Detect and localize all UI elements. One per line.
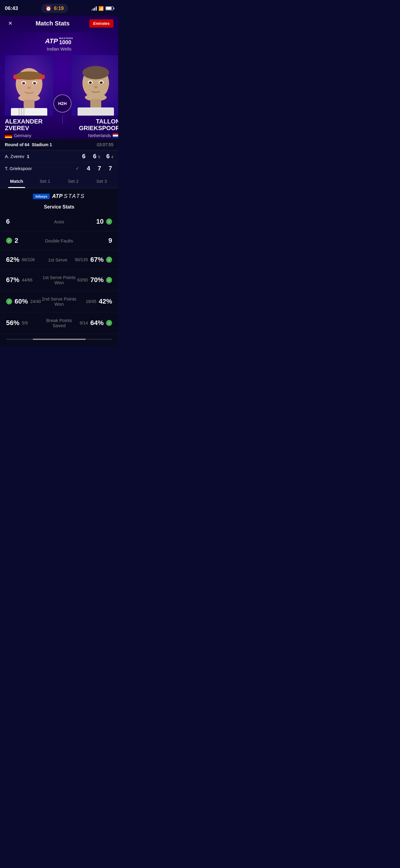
stats-section: Infosys ATP STATS Service Stats 6 Aces 1…	[0, 188, 118, 346]
svg-rect-26	[78, 107, 114, 116]
player-right-photo	[72, 55, 118, 116]
fs-label: 1st Serve	[40, 257, 75, 262]
df-right-value: 9	[99, 237, 112, 245]
player-left-country-name: Germany	[14, 133, 31, 138]
2spw-right-pct: 42%	[99, 298, 112, 305]
set3-score-p2: 7	[107, 165, 113, 172]
close-button[interactable]: ×	[5, 18, 16, 29]
stat-left-fs: 62% 66/106	[6, 256, 40, 264]
netherlands-flag	[113, 133, 118, 138]
hero-section: ATP MASTERS 1000 Indian Wells	[0, 32, 118, 139]
scroll-indicator	[6, 339, 112, 340]
svg-rect-10	[24, 100, 34, 109]
tab-match[interactable]: Match	[2, 174, 31, 188]
df-left-check: ✓	[6, 238, 12, 244]
emirates-sponsor-logo: Emirates	[89, 19, 113, 28]
stat-row-first-serve: 62% 66/106 1st Serve 90/135 67% ✓	[0, 250, 118, 269]
h2h-label: H2H	[58, 101, 67, 106]
svg-rect-25	[90, 99, 101, 108]
bps-left-pct: 56%	[6, 319, 20, 327]
set1-score-p2: 4	[85, 165, 91, 172]
aces-left-value: 6	[6, 218, 20, 225]
player-right-section: TALLON GRIEKSPOOR Netherlands	[72, 55, 118, 139]
1spw-left-pct: 67%	[6, 276, 20, 284]
fs-left-ratio: 66/106	[22, 257, 35, 262]
set2-score-p2: 7	[96, 165, 103, 172]
set3-score-p1-wrapper: 64	[105, 153, 113, 160]
set1-score-p1: 6	[81, 153, 87, 160]
players-row: ALEXANDER ZVEREV Germany H2H	[5, 55, 113, 139]
player-left-info: ALEXANDER ZVEREV Germany	[5, 116, 42, 139]
match-info-row: Round of 64 Stadium 1 03:07:55	[0, 139, 118, 150]
alarm-icon: ⏰	[46, 5, 52, 11]
center-divider	[62, 115, 63, 124]
stat-left-2spw: ✓ 60% 24/40	[6, 298, 41, 305]
atp-logo: ATP MASTERS 1000	[5, 37, 113, 45]
player-left-silhouette	[5, 55, 53, 116]
stat-left-1spw: 67% 44/66	[6, 276, 41, 284]
player-left-photo	[5, 55, 53, 116]
score-player2-sets: ✓ 4 7 7	[76, 165, 113, 172]
tabs-row: Match Set 1 Set 2 Set 3	[0, 174, 118, 188]
fs-right-check: ✓	[106, 257, 112, 263]
stat-right-bps: 9/14 64% ✓	[77, 319, 112, 327]
stat-row-double-faults: ✓ 2 Double Faults 9	[0, 231, 118, 250]
match-round: Round of 64 Stadium 1	[5, 142, 52, 147]
1spw-label: 1st Serve Points Won	[41, 275, 77, 285]
svg-point-6	[22, 82, 25, 85]
svg-point-15	[16, 71, 42, 80]
h2h-center: H2H	[53, 94, 72, 139]
score-section: A. Zverev 1 6 65 64 T. Griekspoor ✓ 4 7 …	[0, 150, 118, 174]
tab-set3[interactable]: Set 3	[88, 174, 116, 188]
service-stats-title: Service Stats	[0, 204, 118, 210]
svg-point-18	[82, 66, 109, 79]
set2-score-p1: 6	[92, 153, 98, 160]
tab-set1[interactable]: Set 1	[31, 174, 59, 188]
svg-rect-14	[23, 108, 25, 116]
svg-rect-11	[11, 108, 47, 116]
status-right: 📶	[91, 6, 113, 11]
match-duration: 03:07:55	[97, 142, 114, 147]
bps-right-ratio: 9/14	[80, 320, 88, 326]
2spw-left-pct: 60%	[15, 298, 28, 305]
tabs-container: Match Set 1 Set 2 Set 3	[0, 174, 118, 188]
header: × Match Stats Emirates	[0, 16, 118, 32]
bps-right-check: ✓	[106, 320, 112, 326]
2spw-label: 2nd Serve Points Won	[41, 296, 77, 307]
stat-row-aces: 6 Aces 10 ✓	[0, 212, 118, 231]
stat-left-bps: 56% 5/9	[6, 319, 41, 327]
player-right-name: TALLON GRIEKSPOOR	[79, 118, 118, 131]
aces-label: Aces	[41, 219, 77, 224]
bps-left-ratio: 5/9	[22, 320, 28, 326]
germany-flag	[5, 133, 12, 138]
score-player2-name: T. Griekspoor	[5, 166, 76, 171]
stats-provider-header: Infosys ATP STATS	[0, 188, 118, 204]
atp-stats-logo: ATP STATS	[52, 193, 85, 199]
stat-right-2spw: 19/45 42%	[77, 298, 112, 305]
svg-point-8	[27, 87, 31, 89]
h2h-button[interactable]: H2H	[53, 94, 72, 113]
svg-point-23	[94, 86, 97, 88]
1spw-right-check: ✓	[106, 277, 112, 283]
score-player1-sets: 6 65 64	[81, 153, 113, 160]
2spw-right-ratio: 19/45	[86, 299, 96, 304]
winner-checkmark: ✓	[76, 165, 79, 171]
stat-row-1spw: 67% 44/66 1st Serve Points Won 63/90 70%…	[0, 269, 118, 291]
tournament-info: ATP MASTERS 1000 Indian Wells	[5, 37, 113, 52]
player-left-name: ALEXANDER ZVEREV	[5, 118, 42, 131]
fs-right-ratio: 90/135	[75, 257, 88, 262]
infosys-badge: Infosys	[33, 194, 50, 199]
df-label: Double Faults	[41, 238, 77, 243]
stats-word: STATS	[64, 193, 85, 199]
set3-score-p1: 6	[105, 153, 111, 160]
1spw-right-pct: 70%	[90, 276, 104, 284]
battery-icon	[106, 6, 113, 10]
svg-point-22	[100, 82, 103, 84]
tab-set2[interactable]: Set 2	[59, 174, 88, 188]
stat-row-bps: 56% 5/9 Break Points Saved 9/14 64% ✓	[0, 312, 118, 334]
svg-point-7	[33, 82, 36, 85]
score-player1-name: A. Zverev 1	[5, 154, 81, 159]
stat-right-fs: 90/135 67% ✓	[75, 256, 112, 264]
stat-right-1spw: 63/90 70% ✓	[77, 276, 112, 284]
atp-small-text: ATP	[52, 193, 63, 199]
